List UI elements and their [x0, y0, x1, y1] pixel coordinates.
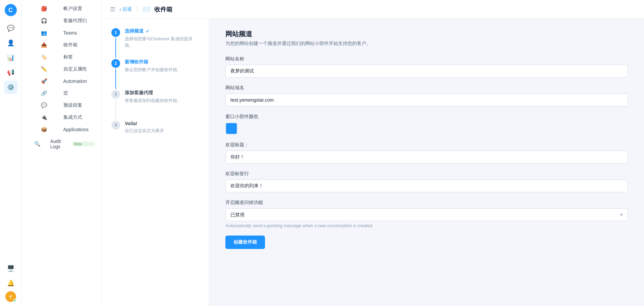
sidebar-item-custom-attributes[interactable]: ✏️ 自定义属性: [21, 63, 102, 75]
topbar-inbox-icon: ✉️: [143, 6, 150, 13]
sidebar-item-labels[interactable]: 🏷️ 标签: [21, 51, 102, 63]
main-area: ☰ ‹ 后退 ✉️ 收件箱 1 选择频道 ✓ 选择你: [102, 0, 644, 306]
step-2-circle: 2: [111, 59, 120, 68]
inbox-icon: 📥: [28, 42, 60, 48]
sidebar-item-macro[interactable]: 🔗 宏: [21, 87, 102, 99]
user-avatar[interactable]: Y: [5, 291, 16, 302]
topbar: ☰ ‹ 后退 ✉️ 收件箱: [102, 0, 644, 19]
form-panel: 网站频道 为您的网站创建一个频道并通过我们的网站小部件开始支持您的客户。 网站名…: [209, 19, 644, 306]
sidebar-label-macro: 宏: [63, 90, 95, 96]
sidebar-item-agents[interactable]: 🎧 客服代理们: [21, 15, 102, 27]
step-4-circle: 4: [111, 121, 120, 130]
sidebar-item-canned-responses[interactable]: 💬 预设回复: [21, 99, 102, 111]
greeting-hint: Automatically send a greeting message wh…: [225, 223, 628, 228]
step-1-line: [115, 38, 116, 58]
sidebar-item-applications[interactable]: 📦 Applications: [21, 123, 102, 136]
sidebar-item-inbox[interactable]: 📥 收件箱: [21, 39, 102, 51]
sidebar-label-audit-logs: Audit Logs: [50, 139, 69, 149]
audit-logs-badge: Beta: [72, 142, 95, 146]
create-inbox-button[interactable]: 创建收件箱: [225, 236, 265, 249]
sidebar-label-custom-attributes: 自定义属性: [63, 66, 95, 72]
canned-responses-icon: 💬: [28, 102, 60, 108]
sidebar-label-automation: Automation: [63, 79, 95, 84]
sidebar-item-audit-logs[interactable]: 🔍 Audit Logs Beta: [21, 136, 102, 152]
nav-settings[interactable]: ⚙️: [4, 81, 17, 94]
widget-color-group: 窗口小部件颜色: [225, 114, 628, 135]
nav-contacts[interactable]: 👤: [4, 36, 17, 50]
sidebar: 🎒 帐户设置 🎧 客服代理们 👥 Teams 📥 收件箱 🏷️ 标签 ✏️ 自定…: [21, 0, 102, 306]
step-4-title: Voila!: [125, 121, 200, 126]
greeting-feature-select[interactable]: 已禁用 已启用: [225, 208, 628, 221]
nav-reports[interactable]: 📊: [4, 51, 17, 64]
applications-icon: 📦: [28, 126, 60, 133]
sidebar-item-integrations[interactable]: 🔌 集成方式: [21, 111, 102, 123]
website-name-input[interactable]: [225, 65, 628, 78]
sidebar-item-teams[interactable]: 👥 Teams: [21, 27, 102, 39]
topbar-divider: [137, 6, 138, 13]
account-settings-icon: 🎒: [28, 6, 60, 12]
step-1-title: 选择频道 ✓: [125, 28, 200, 34]
step-4-desc: 你已设定状态为离开: [125, 128, 200, 134]
welcome-tagline-label: 欢迎标签行: [225, 171, 628, 177]
sidebar-label-canned-responses: 预设回复: [63, 102, 95, 108]
form-section-title: 网站频道: [225, 30, 628, 39]
sidebar-label-labels: 标签: [63, 54, 95, 60]
labels-icon: 🏷️: [28, 54, 60, 60]
website-domain-input[interactable]: [225, 94, 628, 106]
greeting-select-wrapper: 已禁用 已启用: [225, 208, 628, 221]
sidebar-label-applications: Applications: [63, 127, 95, 132]
step-2: 2 新增收件箱 验证您的帐户并创建收件箱。: [111, 59, 200, 90]
back-arrow-icon: ‹: [119, 6, 121, 12]
nav-notifications[interactable]: 🔔: [4, 276, 17, 290]
integrations-icon: 🔌: [28, 114, 60, 120]
step-3-line: [115, 100, 116, 120]
welcome-title-label: 欢迎标题：: [225, 142, 628, 148]
sidebar-item-account-settings[interactable]: 🎒 帐户设置: [21, 3, 102, 15]
step-1-desc: 选择你想要与Chatwoot 集成的提供商。: [125, 36, 200, 49]
nav-campaigns[interactable]: 📢: [4, 66, 17, 79]
website-domain-group: 网站域名: [225, 85, 628, 106]
audit-logs-icon: 🔍: [28, 141, 47, 147]
step-1-circle: 1: [111, 28, 120, 37]
step-1-check-icon: ✓: [146, 29, 150, 34]
form-section-desc: 为您的网站创建一个频道并通过我们的网站小部件开始支持您的客户。: [225, 41, 628, 47]
custom-attributes-icon: ✏️: [28, 66, 60, 72]
step-3-circle: 3: [111, 90, 120, 99]
step-3-desc: 将客服添加到创建的收件箱。: [125, 97, 200, 104]
sidebar-label-account-settings: 帐户设置: [63, 6, 95, 12]
website-name-label: 网站名称: [225, 56, 628, 62]
step-4: 4 Voila! 你已设定状态为离开: [111, 121, 200, 144]
welcome-title-input[interactable]: [225, 151, 628, 163]
welcome-title-group: 欢迎标题：: [225, 142, 628, 163]
welcome-tagline-input[interactable]: [225, 180, 628, 192]
back-button[interactable]: ‹ 后退: [119, 6, 132, 12]
step-1: 1 选择频道 ✓ 选择你想要与Chatwoot 集成的提供商。: [111, 28, 200, 59]
website-domain-label: 网站域名: [225, 85, 628, 91]
automation-icon: 🚀: [28, 78, 60, 84]
sidebar-label-integrations: 集成方式: [63, 114, 95, 120]
nav-conversations[interactable]: 💬: [4, 21, 17, 35]
back-label: 后退: [122, 6, 132, 12]
agents-icon: 🎧: [28, 18, 60, 24]
sidebar-item-automation[interactable]: 🚀 Automation: [21, 75, 102, 87]
nav-device[interactable]: 🖥️: [4, 262, 17, 275]
welcome-tagline-group: 欢迎标签行: [225, 171, 628, 192]
page-title: 收件箱: [154, 5, 172, 13]
steps-panel: 1 选择频道 ✓ 选择你想要与Chatwoot 集成的提供商。 2: [102, 19, 209, 306]
teams-icon: 👥: [28, 30, 60, 36]
greeting-feature-group: 开启频道问候功能 已禁用 已启用 Automatically send a gr…: [225, 200, 628, 228]
step-2-desc: 验证您的帐户并创建收件箱。: [125, 66, 200, 73]
sidebar-label-inbox: 收件箱: [63, 42, 95, 48]
sidebar-label-agents: 客服代理们: [63, 18, 95, 24]
macro-icon: 🔗: [28, 90, 60, 96]
step-3-title: 添加客服代理: [125, 90, 200, 96]
content-area: 1 选择频道 ✓ 选择你想要与Chatwoot 集成的提供商。 2: [102, 19, 644, 306]
widget-color-label: 窗口小部件颜色: [225, 114, 628, 120]
app-logo: C: [5, 4, 17, 16]
icon-nav: C 💬 👤 📊 📢 ⚙️ 🖥️ 🔔 Y: [0, 0, 21, 306]
sidebar-label-teams: Teams: [63, 30, 95, 36]
menu-icon[interactable]: ☰: [110, 6, 115, 13]
step-2-line: [115, 69, 116, 89]
website-name-group: 网站名称: [225, 56, 628, 78]
widget-color-swatch[interactable]: [225, 122, 237, 135]
